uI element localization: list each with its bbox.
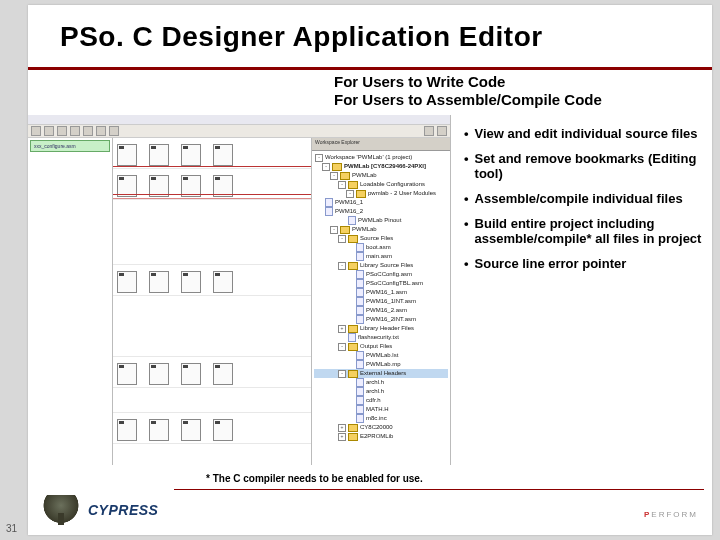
tree-node[interactable]: archl.h [314, 378, 448, 387]
module-block[interactable] [181, 271, 201, 293]
module-block[interactable] [149, 419, 169, 441]
tree-node[interactable]: +CY8C20000 [314, 423, 448, 432]
tree-node[interactable]: -Source Files [314, 234, 448, 243]
expand-icon[interactable]: - [346, 190, 354, 198]
tree-node[interactable]: PWM16_1INT.asm [314, 297, 448, 306]
slide-card: PSo. C Designer Application Editor For U… [28, 5, 712, 535]
tree-label: Library Header Files [360, 324, 414, 333]
module-block[interactable] [213, 419, 233, 441]
tree-node[interactable]: PSoCConfigTBL.asm [314, 279, 448, 288]
module-block[interactable] [117, 144, 137, 166]
expand-icon[interactable]: + [338, 325, 346, 333]
bullet-item: •Set and remove bookmarks (Editing tool) [464, 152, 702, 182]
toolbar-button[interactable] [109, 126, 119, 136]
tree-node[interactable]: PWMLab.mp [314, 360, 448, 369]
tree-node[interactable]: PSoCConfig.asm [314, 270, 448, 279]
tree-label: archl.h [366, 378, 384, 387]
tree-node[interactable]: boot.asm [314, 243, 448, 252]
toolbar-button[interactable] [437, 126, 447, 136]
tree-node[interactable]: -pwmlab - 2 User Modules [314, 189, 448, 198]
module-block[interactable] [213, 144, 233, 166]
module-block[interactable] [149, 271, 169, 293]
tree-node[interactable]: PWMLab.lst [314, 351, 448, 360]
tree-label: PSoCConfig.asm [366, 270, 412, 279]
tree-node[interactable]: PWM16_2.asm [314, 306, 448, 315]
tree-node[interactable]: -PWMLab [314, 171, 448, 180]
toolbar-button[interactable] [96, 126, 106, 136]
tree-node[interactable]: PWMLab Pinout [314, 216, 448, 225]
expand-icon[interactable]: - [338, 235, 346, 243]
toolbar-button[interactable] [424, 126, 434, 136]
toolbar-button[interactable] [57, 126, 67, 136]
module-block[interactable] [117, 271, 137, 293]
expand-icon[interactable]: + [338, 424, 346, 432]
logo-text: CYPRESS [88, 502, 158, 518]
tree-project[interactable]: - PWMLab [CY8C29466-24PXI] [314, 162, 448, 171]
tree-node[interactable]: PWM16_1 [314, 198, 448, 207]
module-block[interactable] [149, 363, 169, 385]
module-block[interactable] [117, 419, 137, 441]
cypress-logo: CYPRESS [40, 495, 158, 525]
tree-node[interactable]: PWM16_1.asm [314, 288, 448, 297]
tree-node[interactable]: +E2PROMLib [314, 432, 448, 441]
module-block[interactable] [181, 363, 201, 385]
source-tabs-pane: xxx_configure.asm [28, 138, 113, 465]
toolbar-button[interactable] [31, 126, 41, 136]
bullet-dot: • [464, 152, 469, 182]
bullet-list: •View and edit individual source files•S… [464, 127, 702, 282]
toolbar-button[interactable] [44, 126, 54, 136]
expand-icon[interactable]: - [315, 154, 323, 162]
tree-node[interactable]: -Library Source Files [314, 261, 448, 270]
module-block[interactable] [181, 144, 201, 166]
tree-node[interactable]: archl.h [314, 387, 448, 396]
tree-node[interactable]: +Library Header Files [314, 324, 448, 333]
tree-label: External Headers [360, 369, 406, 378]
tree-node[interactable]: m8c.inc [314, 414, 448, 423]
folder-icon [348, 325, 358, 333]
expand-icon[interactable]: - [330, 172, 338, 180]
tree-node[interactable]: -External Headers [314, 369, 448, 378]
tree-label: Workspace 'PWMLab' (1 project) [325, 153, 412, 162]
expand-icon[interactable]: - [338, 343, 346, 351]
folder-icon [348, 424, 358, 432]
wire-line [113, 166, 311, 167]
module-block[interactable] [117, 363, 137, 385]
tree-label: PWM16_2 [335, 207, 363, 216]
file-icon [356, 396, 364, 405]
tree-label: PWMLab [352, 225, 377, 234]
tree-node[interactable]: -PWMLab [314, 225, 448, 234]
file-icon [356, 243, 364, 252]
tree-project-root[interactable]: - Workspace 'PWMLab' (1 project) [314, 153, 448, 162]
toolbar-1 [28, 125, 450, 138]
source-tab[interactable]: xxx_configure.asm [30, 140, 110, 152]
tree-node[interactable]: PWM16_2INT.asm [314, 315, 448, 324]
module-block[interactable] [213, 363, 233, 385]
expand-icon[interactable]: - [338, 262, 346, 270]
folder-icon [340, 172, 350, 180]
module-block[interactable] [181, 419, 201, 441]
expand-icon[interactable]: - [338, 370, 346, 378]
module-block[interactable] [213, 271, 233, 293]
page-number: 31 [6, 523, 17, 534]
file-icon [356, 315, 364, 324]
tree-node[interactable]: -Output Files [314, 342, 448, 351]
toolbar-button[interactable] [70, 126, 80, 136]
expand-icon[interactable]: - [338, 181, 346, 189]
tree-node[interactable]: cdfr.h [314, 396, 448, 405]
expand-icon[interactable]: + [338, 433, 346, 441]
file-icon [356, 405, 364, 414]
tree-label: PWMLab [CY8C29466-24PXI] [344, 162, 426, 171]
module-block[interactable] [149, 144, 169, 166]
bullet-dot: • [464, 217, 469, 247]
tree-label: PWM16_1.asm [366, 288, 407, 297]
file-icon [325, 207, 333, 216]
tree-node[interactable]: MATH.H [314, 405, 448, 414]
expand-icon[interactable]: - [322, 163, 330, 171]
expand-icon[interactable]: - [330, 226, 338, 234]
tree-node[interactable]: PWM16_2 [314, 207, 448, 216]
tree-node[interactable]: flashsecurity.txt [314, 333, 448, 342]
toolbar-button[interactable] [83, 126, 93, 136]
tree-node[interactable]: main.asm [314, 252, 448, 261]
tree-label: Loadable Configurations [360, 180, 425, 189]
tree-node[interactable]: -Loadable Configurations [314, 180, 448, 189]
